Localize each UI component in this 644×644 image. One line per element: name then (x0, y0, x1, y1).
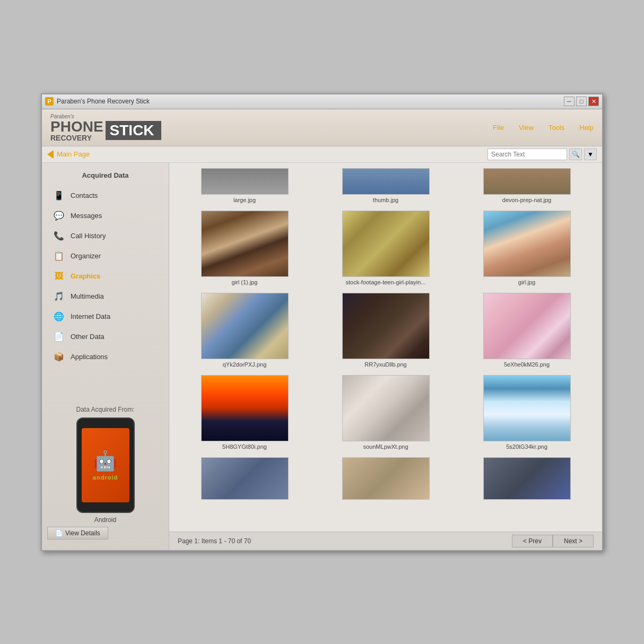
logo-main: PHONE RECOVERY STICK® (50, 119, 161, 142)
organizer-icon: 📋 (53, 250, 65, 263)
gallery-item-partial-3[interactable] (460, 457, 594, 500)
gallery-top-caption-3: devon-prep-nat.jpg (502, 197, 551, 203)
sidebar-label-internet-data: Internet Data (71, 312, 110, 320)
logo-phone-recovery: PHONE RECOVERY (50, 119, 103, 142)
gallery-item-2[interactable]: stock-footage-teen-girl-playin... (319, 211, 452, 285)
gallery-top-thumb-2 (342, 168, 430, 195)
contacts-icon: 📱 (53, 189, 65, 202)
logo-stick-box: STICK® (106, 121, 162, 140)
sidebar-item-applications[interactable]: 📦 Applications (42, 347, 169, 367)
gallery-thumb-9 (483, 375, 571, 441)
device-phone: 🤖 android (76, 417, 135, 513)
sidebar-label-messages: Messages (71, 212, 102, 220)
gallery-top-caption-2: thumb.jpg (373, 197, 398, 203)
app-header: Paraben's PHONE RECOVERY STICK® File Vie… (42, 109, 602, 146)
gallery-thumb-7 (201, 375, 289, 441)
gallery-top-item-3[interactable]: devon-prep-nat.jpg (460, 168, 594, 203)
sidebar-item-organizer[interactable]: 📋 Organizer (42, 246, 169, 266)
search-area: 🔍 ▼ (488, 149, 597, 160)
other-data-icon: 📄 (53, 330, 65, 343)
gallery-top-caption-1: large.jpg (233, 197, 256, 203)
gallery-thumb-4 (201, 293, 289, 359)
gallery-scroll[interactable]: large.jpg thumb.jpg devon-prep-nat.jpg (169, 163, 602, 532)
logo: Paraben's PHONE RECOVERY STICK® (50, 114, 161, 142)
gallery-item-partial-1[interactable] (178, 457, 311, 500)
gallery-top-item-1[interactable]: large.jpg (178, 168, 311, 203)
device-area: Data Acquired From: 🤖 android Android 📄 … (42, 401, 169, 545)
gallery-thumb-1 (201, 211, 289, 277)
applications-icon: 📦 (53, 351, 65, 363)
sidebar-label-contacts: Contacts (71, 192, 98, 199)
main-content: Acquired Data 📱 Contacts 💬 Messages 📞 Ca… (42, 163, 602, 550)
logo-phone-text: PHONE (50, 119, 103, 134)
gallery-item-1[interactable]: girl (1).jpg (178, 211, 311, 285)
gallery-item-partial-2[interactable] (319, 457, 452, 500)
minimize-button[interactable]: ─ (564, 97, 575, 106)
gallery-top-thumb-1 (201, 168, 289, 195)
sidebar-item-internet-data[interactable]: 🌐 Internet Data (42, 307, 169, 327)
sidebar-item-call-history[interactable]: 📞 Call History (42, 226, 169, 246)
nav-view[interactable]: View (519, 124, 534, 132)
back-arrow-icon (47, 150, 54, 159)
status-info: Page 1: Items 1 - 70 of 70 (178, 537, 251, 545)
nav-menu: File View Tools Help (493, 124, 594, 132)
gallery-item-8[interactable]: sounMLpwXt.png (319, 375, 452, 450)
close-button[interactable]: ✕ (588, 97, 599, 106)
sidebar-label-other-data: Other Data (71, 333, 105, 341)
restore-button[interactable]: □ (576, 97, 587, 106)
gallery-top-item-2[interactable]: thumb.jpg (319, 168, 452, 203)
call-history-icon: 📞 (53, 230, 65, 242)
device-name: Android (47, 516, 163, 524)
prev-button[interactable]: < Prev (512, 535, 553, 547)
title-bar: P Paraben's Phone Recovery Stick ─ □ ✕ (42, 94, 602, 109)
search-input[interactable] (488, 149, 567, 160)
gallery-thumb-partial-3 (483, 457, 571, 500)
search-button[interactable]: 🔍 (569, 149, 582, 160)
toolbar: Main Page 🔍 ▼ (42, 146, 602, 163)
gallery-item-7[interactable]: 5H8GYGt80i.png (178, 375, 311, 450)
gallery-thumb-6 (483, 293, 571, 359)
gallery-thumb-8 (342, 375, 430, 441)
sidebar-label-organizer: Organizer (71, 252, 101, 260)
multimedia-icon: 🎵 (53, 290, 65, 303)
device-label: Data Acquired From: (47, 406, 163, 413)
gallery-item-4[interactable]: qYk2dorPXJ.png (178, 293, 311, 368)
sidebar-item-other-data[interactable]: 📄 Other Data (42, 327, 169, 347)
nav-file[interactable]: File (493, 124, 504, 132)
gallery-item-9[interactable]: 5s20tG34kr.png (460, 375, 594, 450)
next-button[interactable]: Next > (553, 535, 594, 547)
internet-data-icon: 🌐 (53, 310, 65, 323)
view-details-label: View Details (65, 529, 100, 537)
gallery-caption-6: 5eXhe0kM26.png (504, 361, 550, 368)
search-options-button[interactable]: ▼ (584, 149, 597, 160)
sidebar-label-multimedia: Multimedia (71, 292, 104, 300)
gallery-caption-4: qYk2dorPXJ.png (223, 361, 267, 368)
window-controls: ─ □ ✕ (564, 97, 599, 106)
app-window: P Paraben's Phone Recovery Stick ─ □ ✕ P… (41, 93, 603, 551)
nav-tools[interactable]: Tools (549, 124, 564, 132)
content-area: large.jpg thumb.jpg devon-prep-nat.jpg (169, 163, 602, 550)
pagination-buttons: < Prev Next > (512, 535, 594, 547)
gallery-caption-3: girl.jpg (518, 279, 535, 285)
android-logo-icon: 🤖 (93, 450, 117, 472)
gallery-thumb-5 (342, 293, 430, 359)
sidebar-label-call-history: Call History (71, 232, 106, 240)
view-details-icon: 📄 (55, 529, 63, 537)
nav-help[interactable]: Help (579, 124, 594, 132)
gallery-thumb-partial-2 (342, 457, 430, 500)
gallery-item-5[interactable]: RR7yxuDllb.png (319, 293, 452, 368)
view-details-button[interactable]: 📄 View Details (47, 527, 108, 539)
sidebar-item-messages[interactable]: 💬 Messages (42, 206, 169, 226)
sidebar-item-graphics[interactable]: 🖼 Graphics (42, 266, 169, 286)
sidebar-label-graphics: Graphics (71, 272, 100, 280)
sidebar-section-title: Acquired Data (42, 168, 169, 186)
gallery-caption-9: 5s20tG34kr.png (506, 443, 547, 450)
sidebar-item-contacts[interactable]: 📱 Contacts (42, 186, 169, 206)
gallery-top-thumb-3 (483, 168, 571, 195)
gallery-caption-7: 5H8GYGt80i.png (222, 443, 267, 450)
gallery-caption-5: RR7yxuDllb.png (364, 361, 406, 368)
sidebar-item-multimedia[interactable]: 🎵 Multimedia (42, 286, 169, 307)
gallery-item-6[interactable]: 5eXhe0kM26.png (460, 293, 594, 368)
back-button[interactable]: Main Page (47, 150, 90, 159)
gallery-item-3[interactable]: girl.jpg (460, 211, 594, 285)
